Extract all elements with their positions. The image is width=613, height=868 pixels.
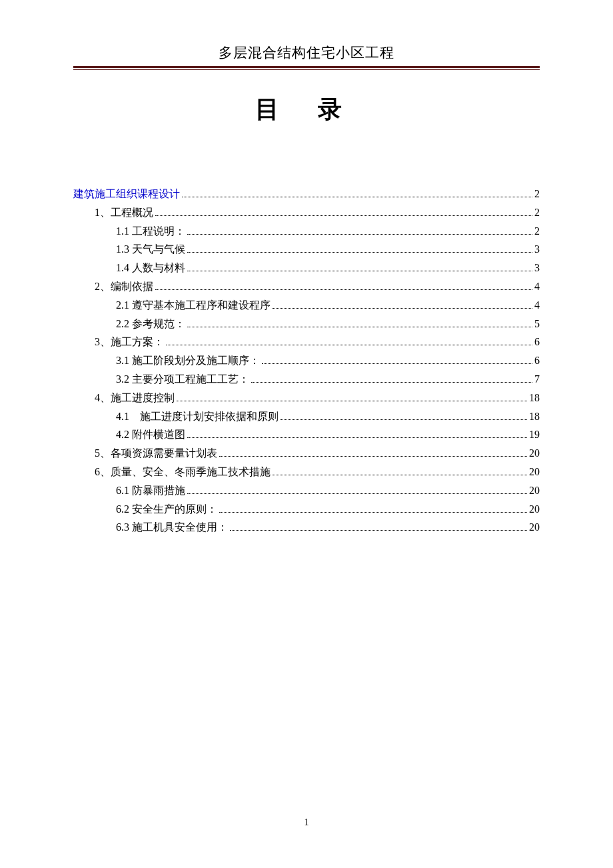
toc-list: 建筑施工组织课程设计21、工程概况21.1 工程说明：21.3 天气与气候31.… xyxy=(73,186,540,536)
toc-entry-page: 3 xyxy=(534,260,540,277)
toc-entry-label: 4.2 附件横道图 xyxy=(116,427,185,443)
toc-dot-leader xyxy=(177,401,527,401)
toc-entry-page: 4 xyxy=(534,297,540,314)
toc-entry-page: 2 xyxy=(534,205,540,221)
toc-dot-leader xyxy=(166,345,532,345)
toc-entry-label: 6、质量、安全、冬雨季施工技术措施 xyxy=(95,464,271,481)
toc-entry: 6、质量、安全、冬雨季施工技术措施20 xyxy=(73,464,540,481)
toc-entry-page: 2 xyxy=(534,186,540,203)
toc-dot-leader xyxy=(187,493,527,494)
toc-entry-label: 4.1 施工进度计划安排依据和原则 xyxy=(116,409,279,425)
toc-entry-label[interactable]: 建筑施工组织课程设计 xyxy=(73,186,180,203)
header-rule xyxy=(73,66,540,70)
toc-dot-leader xyxy=(187,234,532,235)
toc-entry-page: 20 xyxy=(529,464,540,481)
toc-entry: 5、各项资源需要量计划表20 xyxy=(73,445,540,462)
toc-entry: 建筑施工组织课程设计2 xyxy=(73,186,540,203)
toc-entry-label: 2.1 遵守基本施工程序和建设程序 xyxy=(116,297,271,314)
toc-dot-leader xyxy=(182,197,532,197)
toc-entry: 6.2 安全生产的原则：20 xyxy=(73,501,540,518)
toc-heading: 目 录 xyxy=(73,93,540,126)
toc-dot-leader xyxy=(273,308,532,309)
toc-dot-leader xyxy=(219,456,527,457)
toc-entry-page: 6 xyxy=(534,334,540,351)
footer-page-number: 1 xyxy=(0,817,613,828)
toc-entry: 2.2 参考规范：5 xyxy=(73,316,540,333)
toc-entry-label: 2、编制依据 xyxy=(95,279,153,295)
toc-entry-label: 1.3 天气与气候 xyxy=(116,241,185,258)
toc-entry-page: 19 xyxy=(529,427,540,443)
toc-entry: 6.1 防暴雨措施20 xyxy=(73,483,540,499)
page-header-title: 多层混合结构住宅小区工程 xyxy=(73,43,540,62)
toc-entry-page: 20 xyxy=(529,501,540,518)
toc-entry-label: 3.2 主要分项工程施工工艺： xyxy=(116,371,249,388)
toc-entry-page: 5 xyxy=(534,316,540,333)
toc-entry-label: 6.3 施工机具安全使用： xyxy=(116,519,228,536)
toc-entry-page: 3 xyxy=(534,241,540,258)
toc-entry: 4.2 附件横道图19 xyxy=(73,427,540,443)
toc-entry-page: 20 xyxy=(529,445,540,462)
toc-entry: 3.2 主要分项工程施工工艺：7 xyxy=(73,371,540,388)
toc-dot-leader xyxy=(187,327,532,327)
toc-entry-label: 1.1 工程说明： xyxy=(116,223,185,240)
toc-entry: 3、施工方案：6 xyxy=(73,334,540,351)
toc-entry-label: 3、施工方案： xyxy=(95,334,164,351)
toc-entry-label: 4、施工进度控制 xyxy=(95,390,175,407)
toc-entry-label: 6.2 安全生产的原则： xyxy=(116,501,217,518)
toc-dot-leader xyxy=(273,475,527,475)
toc-entry-page: 4 xyxy=(534,279,540,295)
toc-dot-leader xyxy=(187,437,527,438)
toc-entry: 1.3 天气与气候3 xyxy=(73,241,540,258)
toc-entry-page: 2 xyxy=(534,223,540,240)
toc-dot-leader xyxy=(262,363,532,364)
toc-entry-page: 7 xyxy=(534,371,540,388)
toc-dot-leader xyxy=(251,382,532,383)
toc-dot-leader xyxy=(219,512,527,513)
toc-entry: 3.1 施工阶段划分及施工顺序：6 xyxy=(73,353,540,369)
toc-dot-leader xyxy=(155,289,532,290)
toc-entry: 1.4 人数与材料3 xyxy=(73,260,540,277)
toc-entry-page: 6 xyxy=(534,353,540,369)
toc-entry-label: 6.1 防暴雨措施 xyxy=(116,483,185,499)
toc-entry: 1.1 工程说明：2 xyxy=(73,223,540,240)
toc-entry-page: 18 xyxy=(529,409,540,425)
toc-entry-label: 5、各项资源需要量计划表 xyxy=(95,445,217,462)
toc-entry: 1、工程概况2 xyxy=(73,205,540,221)
toc-entry: 2.1 遵守基本施工程序和建设程序4 xyxy=(73,297,540,314)
toc-entry: 2、编制依据4 xyxy=(73,279,540,295)
toc-entry: 6.3 施工机具安全使用：20 xyxy=(73,519,540,536)
toc-entry-page: 20 xyxy=(529,483,540,499)
toc-entry-label: 2.2 参考规范： xyxy=(116,316,185,333)
toc-entry-page: 18 xyxy=(529,390,540,407)
toc-entry: 4.1 施工进度计划安排依据和原则18 xyxy=(73,409,540,425)
toc-dot-leader xyxy=(187,271,532,271)
document-page: 多层混合结构住宅小区工程 目 录 建筑施工组织课程设计21、工程概况21.1 工… xyxy=(0,0,613,536)
toc-entry-label: 1.4 人数与材料 xyxy=(116,260,185,277)
toc-dot-leader xyxy=(230,530,527,531)
toc-entry: 4、施工进度控制18 xyxy=(73,390,540,407)
toc-dot-leader xyxy=(155,215,532,216)
toc-entry-label: 1、工程概况 xyxy=(95,205,153,221)
toc-dot-leader xyxy=(281,419,527,420)
toc-entry-label: 3.1 施工阶段划分及施工顺序： xyxy=(116,353,260,369)
toc-dot-leader xyxy=(187,252,532,253)
toc-entry-page: 20 xyxy=(529,519,540,536)
